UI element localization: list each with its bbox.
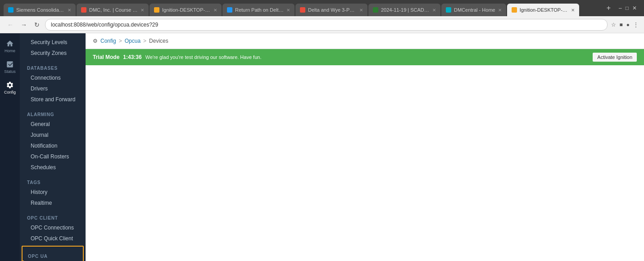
minimize-icon[interactable]: – [619,5,622,11]
window-controls: – □ ✕ [615,5,640,11]
browser-tab-tab4[interactable]: Return Path on Delta Pr...✕ [222,4,295,16]
menu-icon[interactable]: ⋮ [633,22,639,28]
nav-status[interactable]: Status [0,58,20,76]
browser-tabs: Siemens Consolidated VI...✕DMC, Inc. | C… [4,0,602,16]
sidebar-item-opc-quick-client[interactable]: OPC Quick Client [20,233,86,244]
app-container: Home Status Config Security Levels Secur… [0,33,644,261]
browser-tab-tab2[interactable]: DMC, Inc. | Course catalo...✕ [77,4,149,16]
address-bar-actions: ☆ ■ ● ⋮ [611,22,639,28]
databases-label: DATABASES [20,60,86,72]
breadcrumb: ⚙ Config > Opcua > Devices [86,33,644,49]
tab-close-icon[interactable]: ✕ [359,8,363,13]
tab-label: Ignition-DESKTOP-K178... [520,7,568,13]
tab-close-icon[interactable]: ✕ [571,8,575,13]
breadcrumb-config[interactable]: Config [100,38,116,44]
opc-client-label: OPC CLIENT [20,210,86,222]
databases-section: DATABASES Connections Drivers Store and … [20,60,86,105]
opc-client-section: OPC CLIENT OPC Connections OPC Quick Cli… [20,210,86,244]
sidebar-item-on-call-rosters[interactable]: On-Call Rosters [20,151,86,162]
sidebar-item-drivers[interactable]: Drivers [20,83,86,94]
alarming-section: ALARMING General Journal Notification On… [20,107,86,173]
tab-label: Siemens Consolidated VI... [16,7,65,13]
back-button[interactable]: ← [5,20,15,29]
tab-label: DMC, Inc. | Course catalo... [89,7,138,13]
tab-favicon [373,7,378,13]
nav-icon-strip: Home Status Config [0,33,20,261]
tab-favicon [446,7,451,13]
main-content: ⚙ Config > Opcua > Devices Trial Mode 1:… [86,33,644,261]
tab-favicon [227,7,232,13]
tab-label: DMCentral - Home [454,7,495,13]
tab-close-icon[interactable]: ✕ [286,8,290,13]
nav-config[interactable]: Config [0,78,20,97]
tab-close-icon[interactable]: ✕ [432,8,436,13]
browser-tab-tab5[interactable]: Delta and Wye 3-Phase C...✕ [295,4,367,16]
browser-tab-tab3[interactable]: Ignition-DESKTOP-K178...✕ [150,4,222,16]
sidebar-item-notification[interactable]: Notification [20,140,86,151]
forward-button[interactable]: → [19,20,29,29]
sidebar-item-general[interactable]: General [20,119,86,130]
breadcrumb-devices: Devices [149,38,168,44]
breadcrumb-opcua[interactable]: Opcua [125,38,141,44]
url-bar[interactable]: localhost:8088/web/config/opcua.devices?… [45,19,608,31]
opc-ua-label: OPC UA [23,248,83,261]
address-bar: ← → ↻ localhost:8088/web/config/opcua.de… [0,16,644,33]
profile-icon[interactable]: ● [626,22,630,28]
trial-mode-label: Trial Mode [93,54,119,60]
bookmark-icon[interactable]: ☆ [611,22,616,28]
sidebar-item-security-zones[interactable]: Security Zones [20,48,86,58]
sidebar-item-security-levels[interactable]: Security Levels [20,37,86,48]
tab-label: Delta and Wye 3-Phase C... [308,7,357,13]
sidebar-item-history[interactable]: History [20,187,86,198]
page-body [86,65,644,261]
sidebar-item-connections[interactable]: Connections [20,72,86,83]
security-section: Security Levels Security Zones [20,37,86,58]
opc-ua-section: OPC UA Device Connections Server Setting… [22,246,84,261]
url-text: localhost:8088/web/config/opcua.devices?… [51,22,158,28]
browser-chrome: Siemens Consolidated VI...✕DMC, Inc. | C… [0,0,644,16]
activate-ignition-button[interactable]: Activate Ignition [593,53,637,62]
breadcrumb-sep-1: > [119,38,122,44]
sidebar-item-journal[interactable]: Journal [20,130,86,140]
tab-favicon [300,7,305,13]
trial-banner: Trial Mode 1:43:36 We're glad you're tes… [86,49,644,65]
tab-label: Ignition-DESKTOP-K178... [162,7,211,13]
sidebar-item-schedules[interactable]: Schedules [20,162,86,173]
tab-label: Return Path on Delta Pr... [235,7,284,13]
trial-message: We're glad you're test driving our softw… [145,54,262,60]
nav-home[interactable]: Home [0,37,20,56]
maximize-icon[interactable]: □ [626,5,629,11]
tab-close-icon[interactable]: ✕ [498,8,502,13]
browser-tab-tab8[interactable]: Ignition-DESKTOP-K178...✕ [507,4,579,16]
browser-tab-tab6[interactable]: 2024-11-19 | SCADA Use...✕ [368,4,440,16]
trial-timer: 1:43:36 [123,54,141,60]
tab-close-icon[interactable]: ✕ [141,8,144,13]
tags-section: TAGS History Realtime [20,175,86,208]
tab-favicon [81,7,86,13]
tab-close-icon[interactable]: ✕ [213,8,217,13]
tab-favicon [512,7,517,13]
sidebar: Security Levels Security Zones DATABASES… [20,33,86,261]
breadcrumb-icon: ⚙ [93,38,98,44]
left-panel: Home Status Config Security Levels Secur… [0,33,86,261]
tab-favicon [8,7,14,13]
browser-tab-tab1[interactable]: Siemens Consolidated VI...✕ [4,4,76,16]
extensions-icon[interactable]: ■ [620,22,623,28]
reload-button[interactable]: ↻ [32,20,41,29]
breadcrumb-sep-2: > [143,38,146,44]
tab-close-icon[interactable]: ✕ [68,8,71,13]
tags-label: TAGS [20,175,86,187]
sidebar-item-store-forward[interactable]: Store and Forward [20,94,86,105]
sidebar-item-realtime[interactable]: Realtime [20,198,86,208]
sidebar-item-opc-connections[interactable]: OPC Connections [20,222,86,233]
tab-label: 2024-11-19 | SCADA Use... [381,7,430,13]
browser-tab-tab7[interactable]: DMCentral - Home✕ [441,4,506,16]
close-icon[interactable]: ✕ [632,5,637,11]
new-tab-button[interactable]: + [604,4,613,12]
alarming-label: ALARMING [20,107,86,119]
tab-favicon [154,7,159,13]
